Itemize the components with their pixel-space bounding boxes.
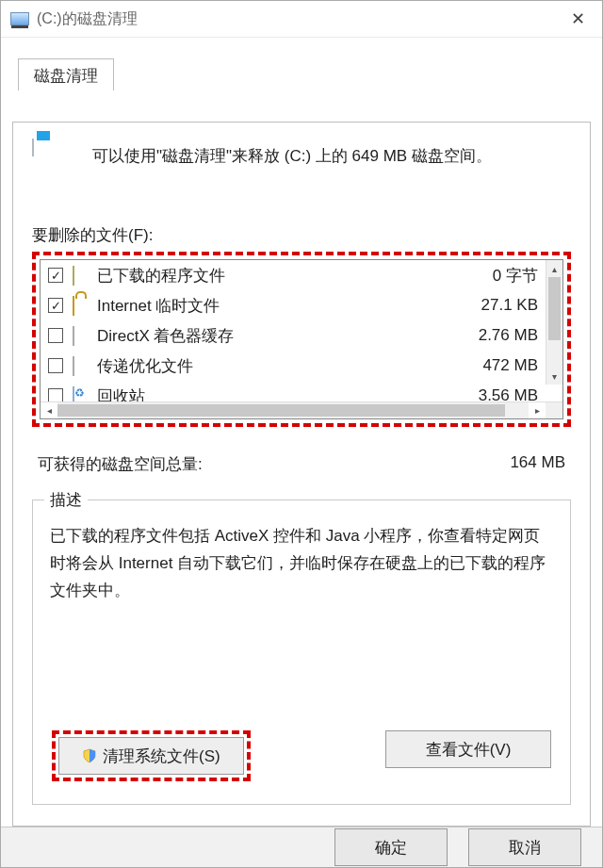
- action-row: 清理系统文件(S) 查看文件(V): [50, 730, 553, 781]
- intro-text: 可以使用"磁盘清理"来释放 (C:) 上的 649 MB 磁盘空间。: [92, 143, 492, 169]
- item-name: 已下载的程序文件: [97, 265, 444, 287]
- file-icon: [73, 327, 90, 344]
- item-size: 472 MB: [444, 356, 538, 375]
- space-gain-label: 可获得的磁盘空间总量:: [38, 453, 203, 475]
- space-gain-value: 164 MB: [510, 453, 565, 475]
- description-legend: 描述: [44, 489, 88, 511]
- list-item[interactable]: 已下载的程序文件 0 字节: [41, 260, 546, 290]
- list-item[interactable]: 传递优化文件 472 MB: [41, 351, 546, 381]
- window-title: (C:)的磁盘清理: [37, 9, 553, 29]
- space-gain-row: 可获得的磁盘空间总量: 164 MB: [38, 453, 565, 475]
- titlebar: (C:)的磁盘清理 ✕: [1, 1, 602, 38]
- item-name: DirectX 着色器缓存: [97, 325, 444, 347]
- horizontal-scrollbar[interactable]: ◂ ▸: [41, 401, 562, 418]
- ok-label: 确定: [375, 837, 407, 859]
- tab-disk-cleanup[interactable]: 磁盘清理: [18, 58, 114, 90]
- files-list-viewport: 已下载的程序文件 0 字节 Internet 临时文件 27.1 KB: [41, 260, 562, 401]
- tab-strip: 磁盘清理: [12, 58, 591, 90]
- view-files-label: 查看文件(V): [426, 739, 512, 761]
- view-files-button[interactable]: 查看文件(V): [385, 730, 551, 768]
- scroll-up-icon[interactable]: ▴: [546, 260, 562, 277]
- vertical-scrollbar[interactable]: ▴ ▾: [546, 260, 562, 385]
- checkbox[interactable]: [48, 388, 63, 401]
- scroll-right-icon[interactable]: ▸: [529, 402, 546, 418]
- drive-icon: [10, 9, 29, 28]
- scroll-htrack[interactable]: [57, 402, 529, 418]
- checkbox[interactable]: [48, 358, 63, 373]
- scroll-corner: [546, 402, 562, 418]
- dialog-body: 磁盘清理 可以使用"磁盘清理"来释放 (C:) 上的 649 MB 磁盘空间。 …: [1, 38, 602, 827]
- item-size: 2.76 MB: [444, 326, 538, 345]
- lock-icon: [73, 297, 90, 314]
- files-list-highlight: 已下载的程序文件 0 字节 Internet 临时文件 27.1 KB: [32, 252, 571, 427]
- cancel-button[interactable]: 取消: [468, 828, 581, 866]
- files-listbox[interactable]: 已下载的程序文件 0 字节 Internet 临时文件 27.1 KB: [40, 259, 563, 419]
- clean-system-highlight: 清理系统文件(S): [52, 730, 251, 781]
- tab-content: 可以使用"磁盘清理"来释放 (C:) 上的 649 MB 磁盘空间。 要删除的文…: [12, 122, 591, 827]
- description-fieldset: 描述 已下载的程序文件包括 ActiveX 控件和 Java 小程序，你查看特定…: [32, 500, 571, 805]
- checkbox[interactable]: [48, 328, 63, 343]
- cancel-label: 取消: [509, 837, 541, 859]
- clean-system-files-label: 清理系统文件(S): [103, 745, 220, 767]
- scroll-down-icon[interactable]: ▾: [546, 368, 562, 385]
- cleanup-drive-icon: [32, 139, 77, 177]
- item-size: 0 字节: [444, 265, 538, 287]
- scroll-thumb[interactable]: [548, 277, 561, 340]
- files-to-delete-label: 要删除的文件(F):: [32, 224, 571, 246]
- description-text: 已下载的程序文件包括 ActiveX 控件和 Java 小程序，你查看特定网页时…: [50, 523, 553, 693]
- item-name: Internet 临时文件: [97, 295, 444, 317]
- list-item[interactable]: Internet 临时文件 27.1 KB: [41, 290, 546, 320]
- dialog-footer: 确定 取消: [1, 827, 602, 867]
- clean-system-files-button[interactable]: 清理系统文件(S): [58, 737, 244, 775]
- recycle-bin-icon: [73, 387, 90, 401]
- item-size: 3.56 MB: [444, 386, 538, 401]
- close-button[interactable]: ✕: [553, 1, 602, 37]
- item-size: 27.1 KB: [444, 296, 538, 315]
- list-item[interactable]: 回收站 3.56 MB: [41, 381, 546, 401]
- intro-row: 可以使用"磁盘清理"来释放 (C:) 上的 649 MB 磁盘空间。: [32, 139, 571, 177]
- scroll-left-icon[interactable]: ◂: [41, 402, 57, 418]
- item-name: 回收站: [97, 385, 444, 402]
- scroll-track[interactable]: [546, 277, 562, 368]
- checkbox[interactable]: [48, 268, 63, 283]
- disk-cleanup-window: (C:)的磁盘清理 ✕ 磁盘清理 可以使用"磁盘清理"来释放 (C:) 上的 6…: [0, 0, 603, 868]
- item-name: 传递优化文件: [97, 355, 444, 377]
- list-item[interactable]: DirectX 着色器缓存 2.76 MB: [41, 320, 546, 351]
- file-icon: [73, 357, 90, 374]
- scroll-hthumb[interactable]: [57, 404, 505, 417]
- folder-icon: [73, 267, 90, 284]
- shield-icon: [82, 748, 97, 763]
- ok-button[interactable]: 确定: [334, 828, 448, 866]
- checkbox[interactable]: [48, 298, 63, 313]
